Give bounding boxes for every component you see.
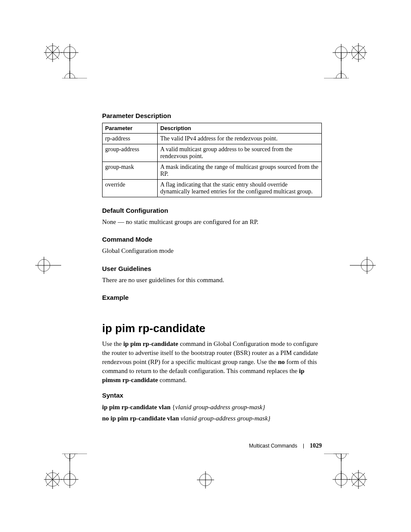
registration-mark-icon <box>44 35 87 78</box>
syntax-line-2: no ip pim rp-candidate vlan vlanid group… <box>102 414 322 423</box>
desc-cell: A mask indicating the range of multicast… <box>158 162 322 180</box>
table-row: group-mask A mask indicating the range o… <box>103 162 322 180</box>
syntax-line-1: ip pim rp-candidate vlan {vlanid group-a… <box>102 402 322 412</box>
table-row: rp-address The valid IPv4 address for th… <box>103 134 322 144</box>
text-bold: ip pim rp-candidate vlan <box>102 404 172 411</box>
command-mode-heading: Command Mode <box>102 236 322 243</box>
registration-mark-icon <box>35 257 61 274</box>
example-heading: Example <box>102 294 322 301</box>
text-bold: ip pim rp-candidate <box>123 340 178 347</box>
command-title: ip pim rp-candidate <box>102 322 322 335</box>
command-description: Use the ip pim rp-candidate command in G… <box>102 339 322 385</box>
registration-mark-icon <box>324 35 367 78</box>
desc-cell: A valid multicast group address to be so… <box>158 144 322 162</box>
param-cell: group-mask <box>103 162 158 180</box>
user-guidelines-text: There are no user guidelines for this co… <box>102 276 322 284</box>
desc-cell: A flag indicating that the static entry … <box>158 180 322 197</box>
text: Use the <box>102 340 123 347</box>
command-mode-text: Global Configuration mode <box>102 246 322 255</box>
registration-mark-icon <box>44 454 87 497</box>
table-row: group-address A valid multicast group ad… <box>103 144 322 162</box>
col-desc-header: Description <box>158 123 322 134</box>
param-cell: group-address <box>103 144 158 162</box>
table-row: override A flag indicating that the stat… <box>103 180 322 197</box>
param-cell: rp-address <box>103 134 158 144</box>
col-param-header: Parameter <box>103 123 158 134</box>
page-footer: Multicast Commands 1029 <box>249 442 322 449</box>
param-desc-heading: Parameter Description <box>102 112 322 119</box>
registration-mark-icon <box>350 257 376 274</box>
footer-label: Multicast Commands <box>249 443 297 449</box>
text-bold: no <box>278 358 285 365</box>
user-guidelines-heading: User Guidelines <box>102 265 322 272</box>
text-italic: vlanid group-address group-mask} <box>181 415 270 422</box>
registration-mark-icon <box>324 454 367 497</box>
page-number: 1029 <box>310 442 322 449</box>
desc-cell: The valid IPv4 address for the rendezvou… <box>158 134 322 144</box>
default-config-text: None — no static multicast groups are co… <box>102 218 322 226</box>
syntax-heading: Syntax <box>102 392 322 399</box>
footer-separator <box>303 444 304 448</box>
parameter-table: Parameter Description rp-address The val… <box>102 123 322 197</box>
registration-mark-icon <box>195 469 216 491</box>
text: { <box>172 404 175 411</box>
text-bold: no ip pim rp-candidate vlan <box>102 415 181 422</box>
text-italic: vlanid group-address group-mask} <box>175 404 265 411</box>
text: command. <box>158 376 187 383</box>
param-cell: override <box>103 180 158 197</box>
default-config-heading: Default Configuration <box>102 207 322 214</box>
